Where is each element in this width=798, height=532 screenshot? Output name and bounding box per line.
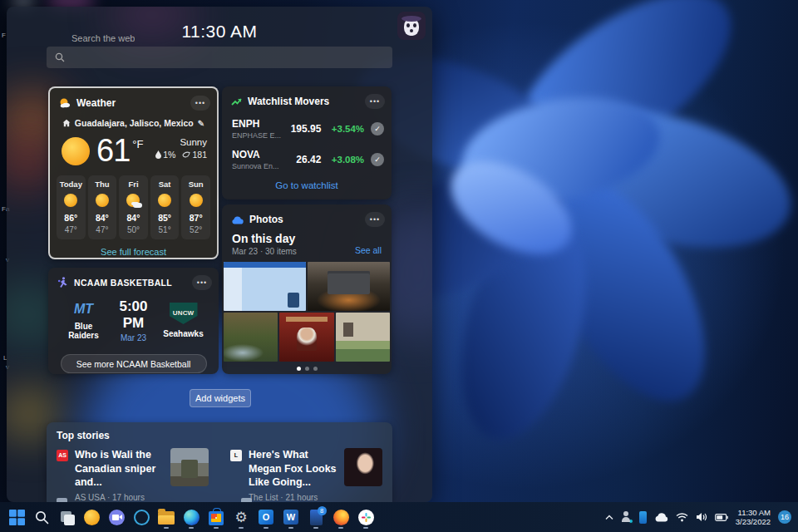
team-seahawks[interactable]: UNCW Seahawks bbox=[160, 303, 207, 338]
file-explorer-button[interactable] bbox=[156, 505, 176, 530]
widget-menu-button[interactable]: ••• bbox=[192, 275, 212, 290]
widgets-weather-icon bbox=[84, 510, 100, 525]
precipitation-value: 1% bbox=[163, 150, 175, 160]
microsoft-store-button[interactable] bbox=[206, 505, 226, 530]
person-icon bbox=[621, 511, 632, 523]
news-story[interactable]: L Here's What Megan Fox Looks Like Going… bbox=[230, 448, 382, 502]
settings-button[interactable]: ⚙ bbox=[231, 505, 251, 530]
chat-camera-icon bbox=[109, 510, 125, 525]
taskbar-search-button[interactable] bbox=[32, 505, 52, 530]
battery-tray-icon[interactable] bbox=[715, 514, 728, 521]
widget-title: Watchlist Movers bbox=[248, 96, 359, 107]
watchlist-row[interactable]: NOVA Sunnova En... 26.42 +3.08% ✓ bbox=[222, 149, 392, 170]
forecast-day[interactable]: Today 86° 47° bbox=[57, 175, 86, 239]
firefox-button[interactable] bbox=[331, 505, 351, 530]
condition-text: Sunny bbox=[155, 137, 207, 147]
go-to-watchlist-link[interactable]: Go to watchlist bbox=[222, 180, 392, 190]
notification-count-badge[interactable]: 16 bbox=[778, 510, 791, 524]
running-indicator bbox=[164, 527, 169, 529]
check-circle-icon[interactable]: ✓ bbox=[371, 153, 384, 166]
page-dot[interactable] bbox=[313, 367, 318, 371]
watchlist-row[interactable]: ENPH ENPHASE E... 195.95 +3.54% ✓ bbox=[222, 118, 392, 140]
running-indicator bbox=[288, 527, 293, 529]
widget-menu-button[interactable]: ••• bbox=[365, 94, 385, 109]
phone-link-tray-icon[interactable] bbox=[639, 511, 647, 524]
photo-thumbnail[interactable] bbox=[336, 313, 390, 362]
running-indicator bbox=[313, 527, 318, 529]
matchup: MT Blue Raiders 5:00 PM Mar 23 UNCW Seah… bbox=[48, 290, 219, 342]
edge-icon bbox=[184, 510, 200, 525]
trending-up-icon bbox=[231, 96, 242, 107]
start-button[interactable] bbox=[7, 505, 27, 530]
news-story[interactable]: AS Who is Wali the Canadian sniper and..… bbox=[57, 448, 209, 502]
page-dot[interactable] bbox=[297, 367, 301, 371]
mail-button[interactable]: 8 bbox=[306, 505, 326, 530]
photo-thumbnail[interactable] bbox=[279, 313, 333, 362]
forecast-day[interactable]: Thu 84° 47° bbox=[88, 175, 117, 239]
game-time: 5:00 PM bbox=[107, 298, 160, 332]
weather-widget[interactable]: Weather ••• Guadalajara, Jalisco, Mexico… bbox=[48, 86, 219, 259]
running-indicator bbox=[189, 527, 194, 529]
mt-logo: MT bbox=[60, 302, 107, 317]
story-meta: AS USA · 17 hours bbox=[75, 493, 164, 502]
outlook-button[interactable]: O bbox=[256, 505, 276, 530]
story-title: Who is Wali the Canadian sniper and... bbox=[75, 448, 164, 490]
running-indicator bbox=[363, 527, 368, 529]
add-widgets-button[interactable]: Add widgets bbox=[190, 389, 251, 407]
photo-thumbnail[interactable] bbox=[224, 313, 278, 362]
watchlist-widget[interactable]: Watchlist Movers ••• ENPH ENPHASE E... 1… bbox=[222, 86, 392, 200]
cortana-button[interactable] bbox=[131, 505, 151, 530]
current-temp: 61 bbox=[96, 134, 130, 167]
ticker-name: ENPHASE E... bbox=[232, 131, 285, 140]
ticker-symbol: NOVA bbox=[232, 149, 285, 160]
forecast-day[interactable]: Sun 87° 52° bbox=[181, 175, 210, 239]
top-stories-card: Top stories AS Who is Wali the Canadian … bbox=[47, 422, 392, 502]
tray-clock[interactable]: 11:30 AM 3/23/2022 bbox=[736, 508, 771, 526]
tray-date: 3/23/2022 bbox=[736, 517, 771, 526]
profile-avatar[interactable] bbox=[397, 12, 426, 40]
unread-count-badge: 8 bbox=[318, 506, 327, 515]
aqi-leaf-icon bbox=[182, 151, 190, 159]
see-more-basketball-button[interactable]: See more NCAAM Basketball bbox=[61, 354, 207, 373]
edge-button[interactable] bbox=[181, 505, 201, 530]
task-view-button[interactable] bbox=[57, 505, 76, 530]
search-icon bbox=[34, 510, 50, 525]
volume-tray-icon[interactable] bbox=[696, 512, 707, 522]
photo-thumbnail[interactable] bbox=[224, 262, 306, 311]
photos-widget[interactable]: Photos ••• On this day Mar 23 · 30 items… bbox=[222, 204, 392, 374]
page-dot[interactable] bbox=[305, 367, 309, 371]
photo-grid bbox=[222, 262, 392, 362]
chat-button[interactable] bbox=[106, 505, 126, 530]
widget-menu-button[interactable]: ••• bbox=[365, 212, 385, 227]
see-full-forecast-link[interactable]: See full forecast bbox=[50, 247, 217, 257]
sunny-icon bbox=[158, 194, 171, 207]
forecast-day[interactable]: Fri 84° 50° bbox=[119, 175, 148, 239]
search-placeholder: Search the web bbox=[71, 33, 135, 82]
tray-chevron-up-button[interactable] bbox=[605, 515, 613, 520]
team-blue-raiders[interactable]: MT Blue Raiders bbox=[60, 302, 107, 340]
widget-title: Photos bbox=[249, 214, 359, 225]
edit-location-icon[interactable]: ✎ bbox=[198, 119, 204, 128]
ticker-price: 26.42 bbox=[285, 154, 322, 165]
slack-icon bbox=[358, 510, 374, 525]
wifi-tray-icon[interactable] bbox=[676, 513, 688, 522]
onedrive-tray-icon[interactable] bbox=[654, 513, 668, 522]
forecast-day[interactable]: Sat 85° 51° bbox=[150, 175, 180, 239]
word-button[interactable]: W bbox=[281, 505, 301, 530]
uncw-logo: UNCW bbox=[170, 303, 198, 324]
search-input[interactable]: Search the web bbox=[47, 47, 392, 68]
widgets-button[interactable] bbox=[81, 505, 101, 530]
photo-thumbnail[interactable] bbox=[308, 262, 390, 311]
desktop-icon-label: F bbox=[2, 32, 6, 39]
pagination-dots bbox=[222, 367, 392, 371]
teams-status-tray-icon[interactable] bbox=[621, 511, 632, 523]
check-circle-icon[interactable]: ✓ bbox=[371, 122, 384, 135]
slack-button[interactable] bbox=[356, 505, 376, 530]
task-view-icon bbox=[59, 510, 75, 525]
see-all-link[interactable]: See all bbox=[355, 245, 382, 256]
widget-title: Weather bbox=[76, 97, 185, 109]
sports-widget[interactable]: NCAAM BASKETBALL ••• MT Blue Raiders 5:0… bbox=[48, 268, 219, 374]
weather-location: Guadalajara, Jalisco, Mexico bbox=[75, 118, 194, 128]
widget-menu-button[interactable]: ••• bbox=[190, 96, 210, 111]
taskbar: ⚙ O W 8 bbox=[0, 502, 798, 532]
